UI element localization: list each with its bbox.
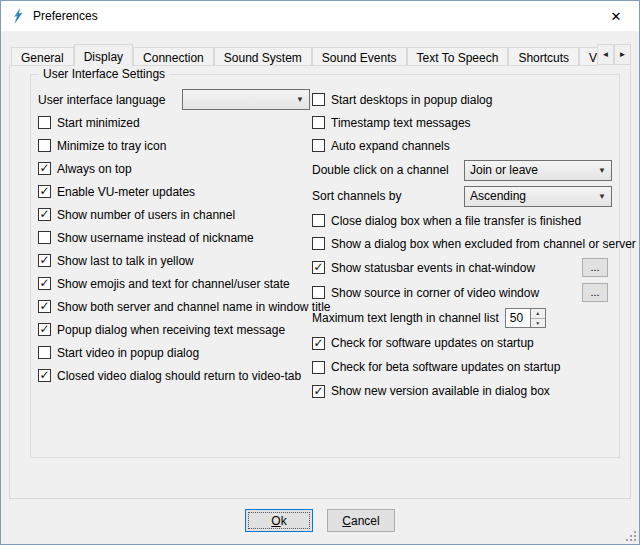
spin-up-icon[interactable]: ▲ <box>531 309 545 319</box>
checkbox-row[interactable]: Start video in popup dialog <box>38 341 310 364</box>
checkbox[interactable]: ✓ <box>38 300 51 313</box>
user-interface-settings-group: User Interface Settings User interface l… <box>30 74 620 458</box>
sort-channels-row: Sort channels by Ascending ▼ <box>312 183 612 209</box>
tab-bar: General Display Connection Sound System … <box>9 44 631 66</box>
double-click-row: Double click on a channel Join or leave … <box>312 157 612 183</box>
checkbox-label: Closed video dialog should return to vid… <box>57 369 301 383</box>
language-label: User interface language <box>38 93 165 107</box>
tab-sound-system[interactable]: Sound System <box>214 47 312 66</box>
resize-grip[interactable] <box>625 530 637 542</box>
window-title: Preferences <box>33 9 98 23</box>
checkbox[interactable]: ✓ <box>38 185 51 198</box>
sort-channels-select[interactable]: Ascending ▼ <box>464 186 612 207</box>
max-text-length-value[interactable]: 50 <box>505 308 531 328</box>
checkbox-row[interactable]: ✓Check for software updates on startup <box>312 331 612 355</box>
checkbox-label: Check for beta software updates on start… <box>331 360 560 374</box>
checkbox-label: Popup dialog when receiving text message <box>57 323 285 337</box>
checkbox-row[interactable]: ✓Show emojis and text for channel/user s… <box>38 272 310 295</box>
double-click-select[interactable]: Join or leave ▼ <box>464 160 612 181</box>
checkbox-row[interactable]: Start minimized <box>38 111 310 134</box>
checkbox[interactable]: ✓ <box>38 254 51 267</box>
dialog-footer: Ok Cancel <box>1 499 639 544</box>
checkbox-row[interactable]: ✓Show last to talk in yellow <box>38 249 310 272</box>
video-source-row[interactable]: Show source in corner of video window ..… <box>312 280 612 305</box>
max-text-length-row: Maximum text length in channel list 50 ▲… <box>312 305 612 331</box>
checkbox-label: Enable VU-meter updates <box>57 185 195 199</box>
checkbox[interactable] <box>38 116 51 129</box>
checkbox-label: Auto expand channels <box>331 139 450 153</box>
checkbox[interactable] <box>38 139 51 152</box>
language-row: User interface language ▼ <box>38 88 310 111</box>
cancel-button[interactable]: Cancel <box>327 509 395 532</box>
chevron-down-icon: ▼ <box>593 166 606 175</box>
checkbox[interactable]: ✓ <box>312 337 325 350</box>
checkbox-row[interactable]: Show a dialog box when excluded from cha… <box>312 232 612 255</box>
checkbox-row[interactable]: ✓Show both server and channel name in wi… <box>38 295 310 318</box>
checkbox-row[interactable]: Close dialog box when a file transfer is… <box>312 209 612 232</box>
video-source-more-button[interactable]: ... <box>582 283 608 302</box>
language-select[interactable]: ▼ <box>182 89 310 110</box>
checkbox-label: Show last to talk in yellow <box>57 254 194 268</box>
close-icon[interactable]: ✕ <box>593 1 639 31</box>
tab-shortcuts[interactable]: Shortcuts <box>508 47 579 66</box>
tab-page-display: User Interface Settings User interface l… <box>9 65 631 499</box>
checkbox-label: Always on top <box>57 162 132 176</box>
checkbox[interactable]: ✓ <box>38 208 51 221</box>
checkbox-label: Show username instead of nickname <box>57 231 254 245</box>
checkbox-label: Start minimized <box>57 116 140 130</box>
checkbox-row[interactable]: ✓Popup dialog when receiving text messag… <box>38 318 310 341</box>
checkbox-label: Show statusbar events in chat-window <box>331 261 535 275</box>
checkbox[interactable] <box>312 214 325 227</box>
checkbox[interactable] <box>312 361 325 374</box>
tab-scroll-right-icon[interactable]: ► <box>614 44 631 65</box>
app-icon <box>10 8 26 24</box>
checkbox-row[interactable]: Auto expand channels <box>312 134 612 157</box>
statusbar-events-row[interactable]: ✓ Show statusbar events in chat-window .… <box>312 255 612 280</box>
checkbox-row[interactable]: ✓Show number of users in channel <box>38 203 310 226</box>
checkbox[interactable]: ✓ <box>38 162 51 175</box>
checkbox[interactable] <box>38 346 51 359</box>
checkbox-row[interactable]: Minimize to tray icon <box>38 134 310 157</box>
max-text-length-stepper[interactable]: 50 ▲ ▼ <box>505 308 546 328</box>
checkbox-row[interactable]: ✓Closed video dialog should return to vi… <box>38 364 310 387</box>
statusbar-events-more-button[interactable]: ... <box>582 258 608 277</box>
checkbox-row[interactable]: Timestamp text messages <box>312 111 612 134</box>
checkbox-row[interactable]: Start desktops in popup dialog <box>312 88 612 111</box>
checkbox-row[interactable]: ✓Enable VU-meter updates <box>38 180 310 203</box>
checkbox[interactable] <box>312 286 325 299</box>
tab-text-to-speech[interactable]: Text To Speech <box>407 47 509 66</box>
checkbox-row[interactable]: Show username instead of nickname <box>38 226 310 249</box>
checkbox[interactable]: ✓ <box>312 261 325 274</box>
checkbox-label: Check for software updates on startup <box>331 336 534 350</box>
preferences-window: Preferences ✕ General Display Connection… <box>0 0 640 545</box>
checkbox-label: Minimize to tray icon <box>57 139 166 153</box>
checkbox[interactable] <box>38 231 51 244</box>
checkbox-label: Show a dialog box when excluded from cha… <box>331 237 636 251</box>
checkbox[interactable] <box>312 116 325 129</box>
settings-left-column: User interface language ▼ Start minimize… <box>38 88 310 387</box>
tab-general[interactable]: General <box>11 47 74 66</box>
spin-down-icon[interactable]: ▼ <box>531 319 545 328</box>
tab-sound-events[interactable]: Sound Events <box>312 47 407 66</box>
checkbox[interactable]: ✓ <box>38 323 51 336</box>
checkbox-label: Show emojis and text for channel/user st… <box>57 277 290 291</box>
checkbox[interactable] <box>312 139 325 152</box>
ok-button[interactable]: Ok <box>245 509 313 532</box>
tab-scroll-left-icon[interactable]: ◄ <box>597 44 614 65</box>
checkbox-row[interactable]: ✓Always on top <box>38 157 310 180</box>
checkbox-row[interactable]: ✓Show new version available in dialog bo… <box>312 379 612 403</box>
tab-connection[interactable]: Connection <box>133 47 214 66</box>
checkbox-label: Close dialog box when a file transfer is… <box>331 214 581 228</box>
checkbox[interactable]: ✓ <box>38 277 51 290</box>
checkbox-label: Timestamp text messages <box>331 116 471 130</box>
checkbox-row[interactable]: Check for beta software updates on start… <box>312 355 612 379</box>
checkbox-label: Show number of users in channel <box>57 208 235 222</box>
checkbox-label: Start desktops in popup dialog <box>331 93 492 107</box>
checkbox[interactable]: ✓ <box>38 369 51 382</box>
checkbox[interactable] <box>312 93 325 106</box>
checkbox-label: Show both server and channel name in win… <box>57 300 331 314</box>
checkbox[interactable]: ✓ <box>312 385 325 398</box>
double-click-label: Double click on a channel <box>312 163 449 177</box>
checkbox[interactable] <box>312 237 325 250</box>
tab-display[interactable]: Display <box>74 44 133 66</box>
